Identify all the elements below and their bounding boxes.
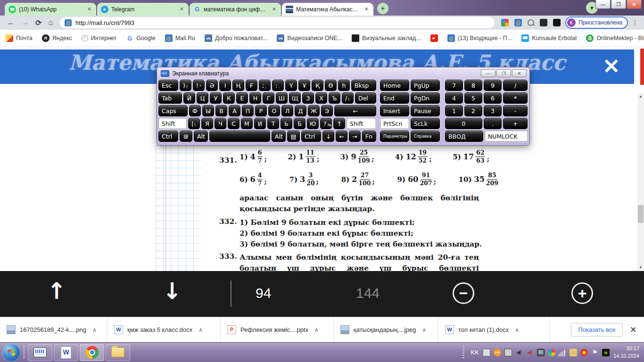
key-9[interactable]: 9 xyxy=(484,80,502,91)
key-Bksp[interactable]: Bksp xyxy=(351,80,376,91)
key-/[interactable]: /\ xyxy=(342,92,354,104)
key-Ж[interactable]: Ж xyxy=(308,105,320,116)
dark-extension-icon[interactable] xyxy=(553,19,561,26)
key-Д[interactable]: Д xyxy=(295,105,306,116)
nvidia-tray-icon[interactable]: ◉ xyxy=(602,349,610,356)
key-2[interactable]: 2 xyxy=(464,105,482,116)
page-down-button[interactable]: ↓ xyxy=(163,278,182,304)
key-Х[interactable]: Х xyxy=(315,92,327,104)
key-Ш[interactable]: Ш xyxy=(276,92,288,104)
bookmark-0[interactable]: Почта xyxy=(6,34,33,42)
key-arrow-up[interactable]: ↑ xyxy=(333,118,345,129)
download-item-0[interactable]: 1670256189_42-k....png∧ xyxy=(0,317,107,342)
key-Б[interactable]: Б xyxy=(294,118,305,129)
key-Ц[interactable]: Ц xyxy=(197,92,208,104)
taskbar-app-chrome[interactable] xyxy=(80,344,104,361)
key-0[interactable]: 0 xyxy=(445,118,482,129)
key-arrow-down[interactable]: ↓ xyxy=(322,131,334,142)
key-Insert[interactable]: Insert xyxy=(380,105,409,116)
key-shift-left[interactable]: Shift xyxy=(158,118,187,129)
keyboard-titlebar[interactable]: Экранная клавиатура — ❐ ✕ xyxy=(157,67,529,78)
key-:[interactable]: :. xyxy=(272,80,284,91)
bookmark-6[interactable]: vkВидеозаписи ONE... xyxy=(277,34,342,42)
bookmark-11[interactable]: BOnlineMektep - Bili... xyxy=(586,34,644,42)
bookmark-2[interactable]: Интернет xyxy=(82,35,117,41)
key-Ө[interactable]: Ө xyxy=(325,80,337,91)
tab-close-icon[interactable]: ✕ xyxy=(86,6,92,12)
key-Tab[interactable]: Tab xyxy=(158,92,182,104)
key-num-slash[interactable]: / xyxy=(503,80,528,91)
key-PrtScn[interactable]: PrtScn xyxy=(380,118,409,129)
maximize-button[interactable]: ❐ xyxy=(611,0,626,9)
flag-tray-icon[interactable]: ⚑ xyxy=(591,349,599,356)
zoom-out-button[interactable]: − xyxy=(453,282,474,304)
mailru-extension-icon[interactable]: @ xyxy=(514,19,522,26)
key-З[interactable]: З xyxy=(302,92,314,104)
key-Ұ[interactable]: Ұ xyxy=(298,80,310,91)
key-End[interactable]: End xyxy=(380,92,409,104)
tab-close-icon[interactable]: ✕ xyxy=(363,6,370,12)
tab-close-icon[interactable]: ✕ xyxy=(179,6,185,12)
bookmark-4[interactable]: @Mail.Ru xyxy=(165,34,195,42)
address-bar[interactable]: @ http://mail.ru/cnt/7993 xyxy=(60,17,495,28)
key-Ә[interactable]: Ә xyxy=(206,80,218,91)
scrollbar[interactable]: ▲ ▼ xyxy=(637,93,644,271)
key-Е[interactable]: Е xyxy=(236,92,248,104)
key-alt-left[interactable]: Alt xyxy=(194,131,208,142)
key-)[interactable]: )( xyxy=(180,80,191,91)
key-shift-right[interactable]: Shift xyxy=(347,118,376,129)
key-Ъ[interactable]: Ъ xyxy=(329,92,340,104)
url-text[interactable]: http://mail.ru/cnt/7993 xyxy=(75,19,134,26)
language-indicator[interactable]: KK xyxy=(471,349,479,356)
menu-kebab-icon[interactable]: ⋮ xyxy=(632,19,638,26)
scrollbar-thumb[interactable] xyxy=(638,205,644,223)
key-Ч[interactable]: Ч xyxy=(215,118,226,129)
reload-icon[interactable]: ⟳ xyxy=(35,18,41,27)
key-arrow-left[interactable]: ← xyxy=(336,131,347,142)
download-chevron-icon[interactable]: ∧ xyxy=(92,327,97,333)
key-Caps[interactable]: Caps xyxy=(158,105,188,116)
key-ScLk[interactable]: ScLk xyxy=(411,118,440,129)
key-5[interactable]: 5 xyxy=(464,92,482,104)
tab-close-icon[interactable]: ✕ xyxy=(271,6,277,12)
key-Л[interactable]: Л xyxy=(281,105,293,116)
key-Я[interactable]: Я xyxy=(201,118,213,129)
new-tab-button[interactable]: + xyxy=(377,3,388,14)
signal-tray-icon[interactable] xyxy=(559,349,566,356)
key-ctrl-left[interactable]: Ctrl xyxy=(158,131,178,142)
download-chevron-icon[interactable]: ∧ xyxy=(198,327,203,333)
printer-tray-icon[interactable] xyxy=(483,349,490,356)
key-Ң[interactable]: Ң xyxy=(232,80,244,91)
key-PgUp[interactable]: PgUp xyxy=(411,80,440,91)
key-menu[interactable]: ▤ xyxy=(287,131,300,142)
bookmark-5[interactable]: vkДобро пожаловат... xyxy=(205,34,267,42)
key-О[interactable]: О xyxy=(268,105,280,116)
show-all-downloads-button[interactable]: Показать все xyxy=(571,323,622,337)
key-Ү[interactable]: Ү xyxy=(285,80,297,91)
key-Параметры[interactable]: Параметры xyxy=(380,131,409,142)
key-1[interactable]: 1 xyxy=(445,105,463,116)
bookmark-10[interactable]: Kunsaule Erbolat xyxy=(521,34,577,42)
key-Э[interactable]: Э xyxy=(321,105,333,116)
download-chevron-icon[interactable]: ∧ xyxy=(422,327,426,333)
key-arrow-right[interactable]: → xyxy=(349,131,361,142)
key-Қ[interactable]: Қ xyxy=(312,80,323,91)
taskbar-clock[interactable]: 20:17 14.10.2024 xyxy=(613,345,639,360)
key-Ы[interactable]: Ы xyxy=(202,105,214,116)
key-В[interactable]: В xyxy=(215,105,227,116)
forward-icon[interactable]: → xyxy=(21,18,29,27)
key-Н[interactable]: Н xyxy=(249,92,261,104)
key-Й[interactable]: Й xyxy=(183,92,195,104)
key-7[interactable]: 7 xyxy=(445,80,463,91)
key-К[interactable]: К xyxy=(223,92,235,104)
key-alt-right[interactable]: Alt xyxy=(272,131,286,142)
key-space[interactable] xyxy=(209,131,270,142)
key-П[interactable]: П xyxy=(242,105,254,116)
keyboard-minimize-button[interactable]: — xyxy=(481,69,495,77)
key-*[interactable]: * xyxy=(503,92,528,104)
scrollbar-down-icon[interactable]: ▼ xyxy=(637,264,644,271)
key-У[interactable]: У xyxy=(210,92,222,104)
download-item-2[interactable]: PРефлексия жеміс....pptx∧ xyxy=(221,317,334,342)
install-tray-icon[interactable]: ↓ xyxy=(570,349,577,356)
downloads-close-icon[interactable]: ✕ xyxy=(630,325,636,334)
